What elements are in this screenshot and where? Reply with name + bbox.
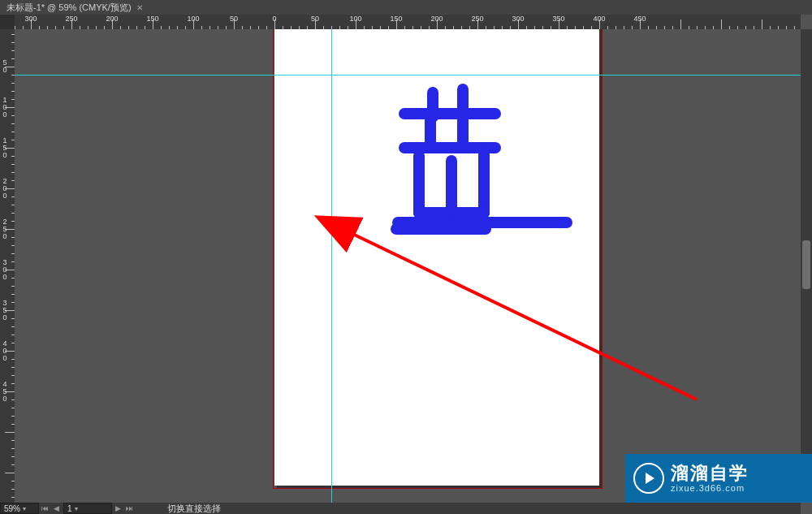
vertical-scrollbar[interactable]	[801, 29, 812, 503]
zoom-input[interactable]: 59% ▾	[0, 503, 39, 514]
artboard-last-icon[interactable]: ⏭	[123, 503, 135, 514]
app-window: 未标题-1* @ 59% (CMYK/预览) ✕ 300250200150100…	[0, 0, 812, 514]
ruler-origin-corner[interactable]	[0, 15, 15, 30]
watermark-url: zixue.3d66.com	[671, 483, 749, 493]
close-icon[interactable]: ✕	[136, 3, 143, 12]
watermark-title: 溜溜自学	[671, 464, 749, 483]
status-bar: 59% ▾ ⏮ ◀ 1 ▾ ▶ ⏭ 切换直接选择	[0, 503, 801, 514]
play-icon	[633, 463, 664, 494]
brush-artwork	[274, 29, 599, 486]
artboard-prev-icon[interactable]: ◀	[50, 503, 62, 514]
document-tabbar: 未标题-1* @ 59% (CMYK/预览) ✕	[0, 0, 812, 15]
vertical-ruler[interactable]: 50100150200250300350400450	[0, 29, 15, 503]
document-tab[interactable]: 未标题-1* @ 59% (CMYK/预览) ✕	[0, 0, 149, 15]
document-tab-title: 未标题-1* @ 59% (CMYK/预览)	[6, 2, 132, 14]
chevron-down-icon[interactable]: ▾	[23, 505, 26, 512]
watermark-banner: 溜溜自学 zixue.3d66.com	[625, 454, 812, 503]
artboard-number-input[interactable]: 1 ▾	[63, 503, 112, 514]
horizontal-ruler[interactable]: 3002502001501005005010015020025030035040…	[15, 15, 801, 30]
chevron-down-icon[interactable]: ▾	[75, 505, 78, 512]
artboard-current: 1	[67, 504, 72, 513]
artboard[interactable]	[274, 29, 599, 486]
status-message: 切换直接选择	[167, 503, 221, 515]
artboard-next-icon[interactable]: ▶	[112, 503, 123, 514]
canvas-stage[interactable]	[15, 29, 801, 503]
zoom-value: 59%	[4, 504, 20, 513]
artboard-first-icon[interactable]: ⏮	[39, 503, 50, 514]
vertical-scroll-thumb[interactable]	[802, 240, 810, 289]
